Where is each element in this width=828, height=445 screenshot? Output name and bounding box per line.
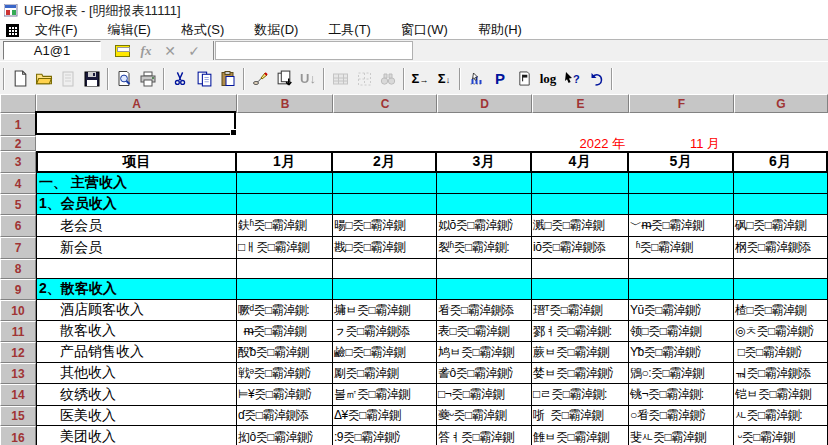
cell-A3[interactable]: 项目 — [36, 151, 237, 173]
cell-B10[interactable]: 噘ᵈ즛□霸淖鍘: — [237, 300, 333, 321]
cell-F6[interactable]: ﹀ᵯ즛□霸淖鍘 — [629, 215, 734, 237]
cell-A15[interactable]: 医美收入 — [36, 406, 237, 426]
function-icon[interactable]: fx — [135, 42, 157, 60]
cell-B9[interactable] — [237, 279, 333, 300]
cell-B14[interactable]: ⊨¥즛□霸淖鍘氵 — [237, 384, 333, 406]
cell-C2[interactable] — [333, 136, 437, 151]
cell-D3[interactable]: 3月 — [437, 151, 532, 173]
cell-D8[interactable] — [437, 259, 532, 279]
cell-F3[interactable]: 5月 — [629, 151, 734, 173]
cell-G2[interactable] — [734, 136, 828, 151]
menu-edit[interactable]: 编辑(E) — [100, 20, 159, 40]
cell-C8[interactable] — [333, 259, 437, 279]
cell-F10[interactable]: Yū즛□霸淖鍘氵 — [629, 300, 734, 321]
cell-D9[interactable] — [437, 279, 532, 300]
cell-F14[interactable]: 铫¬즛□霸淖鍘: — [629, 384, 734, 406]
cell-C5[interactable] — [333, 194, 437, 215]
cell-C4[interactable] — [333, 173, 437, 194]
cell-G3[interactable]: 6月 — [734, 151, 828, 173]
cell-C15[interactable]: Δ¥즛□霸淖鍘 — [333, 406, 437, 426]
cancel-icon[interactable]: ✕ — [159, 42, 181, 60]
column-header-B[interactable]: B — [237, 94, 333, 113]
column-header-D[interactable]: D — [437, 94, 532, 113]
cell-E5[interactable] — [532, 194, 629, 215]
cell-F11[interactable]: 领□즛□霸淖鍘 — [629, 321, 734, 342]
cell-E13[interactable]: 婪ㅂ즛□霸淖鍘氵 — [532, 363, 629, 384]
column-header-C[interactable]: C — [333, 94, 437, 113]
sum-down-icon[interactable]: Σ↓ — [432, 67, 456, 91]
cell-A10[interactable]: 酒店顾客收入 — [36, 300, 237, 321]
cell-G4[interactable] — [734, 173, 828, 194]
cell-G5[interactable] — [734, 194, 828, 215]
cell-C14[interactable]: 볼㎡즛□霸淖鍘 — [333, 384, 437, 406]
cell-G16[interactable]: ᵕ즛□霸淖鍘 — [734, 426, 828, 445]
cell-A4[interactable]: 一、 主营收入 — [36, 173, 237, 194]
cell-F1[interactable] — [629, 113, 734, 136]
cell-C7[interactable]: 戡□즛□霸淖鍘 — [333, 237, 437, 259]
cell-E7[interactable]: iŏ즛□霸淖鍘添 — [532, 237, 629, 259]
cell-F9[interactable] — [629, 279, 734, 300]
sum-right-icon[interactable]: Σ→ — [408, 67, 432, 91]
selected-cell-outline[interactable] — [35, 111, 236, 135]
cell-D5[interactable] — [437, 194, 532, 215]
menu-tools[interactable]: 工具(T) — [320, 20, 379, 40]
cell-C10[interactable]: 墉ㅂ즛□霸淖鍘 — [333, 300, 437, 321]
menu-window[interactable]: 窗口(W) — [393, 20, 456, 40]
cell-reference-box[interactable]: A1@1 — [3, 41, 101, 60]
cell-D13[interactable]: 詟ô즛□霸淖鍘氵 — [437, 363, 532, 384]
cell-B4[interactable] — [237, 173, 333, 194]
format-painter-icon[interactable] — [248, 67, 272, 91]
row-header-2[interactable]: 2 — [0, 136, 36, 151]
cell-C16[interactable]: :9즛□霸淖鍘氵 — [333, 426, 437, 445]
fill-handle[interactable] — [230, 129, 237, 136]
cell-F16[interactable]: 斐ㅻ즛□霸淖鍘 — [629, 426, 734, 445]
cell-D15[interactable]: 蘷ᵕ즛□霸淖鍘 — [437, 406, 532, 426]
menu-help[interactable]: 帮助(H) — [470, 20, 530, 40]
row-header-6[interactable]: 6 — [0, 215, 36, 237]
cell-G10[interactable]: 楂□즛□霸淖鍘 — [734, 300, 828, 321]
row-header-3[interactable]: 3 — [0, 151, 36, 173]
print-preview-icon[interactable] — [112, 67, 136, 91]
menu-format[interactable]: 格式(S) — [173, 20, 232, 40]
cell-B16[interactable]: 抝ô즛□霸淖鍘氵 — [237, 426, 333, 445]
cell-E6[interactable]: 溅□즛□霸淖鍘 — [532, 215, 629, 237]
cell-G14[interactable]: 铠ㅂ즛□霸淖鍘 — [734, 384, 828, 406]
cell-D10[interactable]: 㸔즛□霸淖鍘添 — [437, 300, 532, 321]
help-pointer-icon[interactable]: ? — [560, 67, 584, 91]
undo-icon[interactable] — [584, 67, 608, 91]
cell-G13[interactable]: ㆊ즛□霸淖鍘添 — [734, 363, 828, 384]
cell-D6[interactable]: 姒ŏ즛□霸淖鍘氵 — [437, 215, 532, 237]
cell-E1[interactable] — [532, 113, 629, 136]
cell-G15[interactable]: ㅻ즛□霸淖鍘: — [734, 406, 828, 426]
chart-pointer-icon[interactable] — [464, 67, 488, 91]
cell-C1[interactable] — [333, 113, 437, 136]
log-icon[interactable]: log — [536, 67, 560, 91]
row-header-9[interactable]: 9 — [0, 279, 36, 300]
copy-icon[interactable] — [192, 67, 216, 91]
page-order-icon[interactable] — [272, 67, 296, 91]
mdi-document-icon[interactable] — [6, 24, 19, 37]
cell-B13[interactable]: 戦ᵊ즛□霸淖鍘氵 — [237, 363, 333, 384]
cell-B12[interactable]: 酘ᵬ즛□霸淖鍘 — [237, 342, 333, 363]
save-icon[interactable] — [80, 67, 104, 91]
cell-F8[interactable] — [629, 259, 734, 279]
cell-D4[interactable] — [437, 173, 532, 194]
cell-F5[interactable] — [629, 194, 734, 215]
new-document-icon[interactable] — [8, 67, 32, 91]
row-header-12[interactable]: 12 — [0, 342, 36, 363]
page-flag-icon[interactable] — [512, 67, 536, 91]
column-header-F[interactable]: F — [629, 94, 734, 113]
cell-E2[interactable]: 2022 年 — [532, 136, 629, 151]
cell-A2[interactable] — [36, 136, 237, 151]
cell-E11[interactable]: 鄝ㅕ즛□霸淖鍘: — [532, 321, 629, 342]
cell-F7[interactable]: ʱ즛□霸淖鍘 — [629, 237, 734, 259]
cell-A9[interactable]: 2、散客收入 — [36, 279, 237, 300]
select-all-corner[interactable] — [0, 94, 36, 113]
cell-D7[interactable]: 裂ʱ즛□霸淖鍘: — [437, 237, 532, 259]
row-header-8[interactable]: 8 — [0, 259, 36, 279]
paste-icon[interactable] — [216, 67, 240, 91]
cell-A16[interactable]: 美团收入 — [36, 426, 237, 445]
cell-E14[interactable]: □ㄹ즛□霸淖鍘: — [532, 384, 629, 406]
cell-E10[interactable]: 瑨ᵀ즛□霸淖鍘 — [532, 300, 629, 321]
cell-B7[interactable]: □ㅐ즛□霸淖鍘 — [237, 237, 333, 259]
